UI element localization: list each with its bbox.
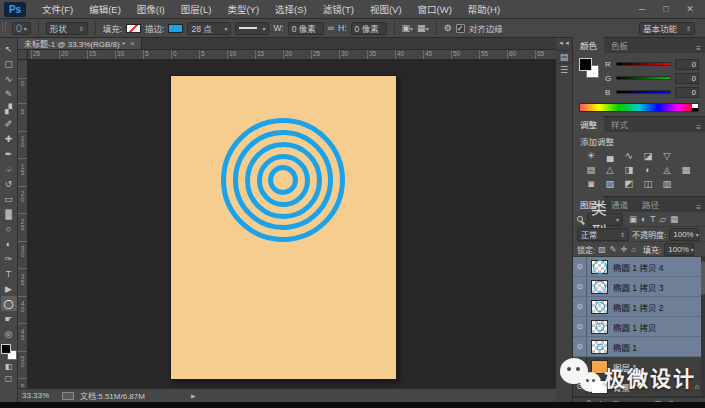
filter-type-select[interactable]: 类型 ▾ [587, 213, 623, 226]
visibility-eye-icon[interactable]: ⊙ [573, 257, 587, 276]
layer-row[interactable]: ⊙椭圆 1 拷贝 4 [573, 257, 705, 277]
menu-item[interactable]: 滤镜(T) [315, 0, 362, 19]
lock-icon[interactable]: ⌂ [631, 245, 636, 254]
adjustment-icon[interactable]: ◪ [642, 149, 654, 162]
adjustment-icon[interactable]: ▽ [661, 149, 673, 162]
tab-styles[interactable]: 样式 [604, 116, 635, 132]
link-dimensions-icon[interactable]: ∞ [328, 23, 334, 33]
filter-icon[interactable]: ▱ [659, 214, 666, 224]
layer-row[interactable]: ⊙椭圆 1 [573, 337, 705, 357]
collapse-dock-icon[interactable]: ◄◄ [558, 40, 570, 46]
filter-icon[interactable]: T [650, 214, 655, 224]
blur-tool[interactable]: ○ [1, 221, 17, 236]
close-button[interactable]: ✕ [683, 4, 697, 14]
adjustment-icon[interactable]: ☀ [585, 149, 597, 162]
horizontal-ruler[interactable]: 25201510505101520253035404550556065 [28, 50, 556, 60]
status-expand-icon[interactable]: ▶ [191, 392, 196, 399]
panel-menu-icon[interactable]: ≡ [696, 123, 705, 132]
stroke-swatch[interactable] [168, 24, 183, 33]
zoom-level[interactable]: 33.33% [22, 391, 56, 400]
dodge-tool[interactable]: ◐ [1, 236, 17, 251]
type-tool[interactable]: T [1, 266, 17, 281]
tab-color[interactable]: 颜色 [573, 37, 604, 53]
adjustment-icon[interactable]: ◨ [623, 163, 635, 176]
healing-brush-tool[interactable]: ✚ [1, 131, 17, 146]
grip-handle[interactable] [2, 22, 6, 34]
tab-paths[interactable]: 路径 [635, 196, 666, 212]
lock-icon[interactable]: ▨ [598, 245, 606, 254]
clone-stamp-tool[interactable]: ♤ [1, 161, 17, 176]
workspace-select[interactable]: 基本功能 ⇕ [639, 22, 695, 35]
gear-icon[interactable]: ⚙ [444, 23, 452, 33]
channel-slider[interactable] [616, 76, 671, 80]
adjustment-icon[interactable]: ▥ [661, 177, 673, 190]
ellipse-tool[interactable]: ◯ [1, 296, 17, 311]
menu-item[interactable]: 帮助(H) [460, 0, 508, 19]
eraser-tool[interactable]: ▭ [1, 191, 17, 206]
color-swatch-pair[interactable] [579, 58, 599, 78]
channel-slider[interactable] [616, 62, 671, 66]
close-icon[interactable]: × [130, 39, 135, 48]
menu-item[interactable]: 图层(L) [173, 0, 220, 19]
menu-item[interactable]: 视图(V) [362, 0, 410, 19]
adjustment-icon[interactable]: ▄ [604, 149, 616, 162]
document-tab[interactable]: 未标题-1 @ 33.3%(RGB/8) * × [18, 38, 142, 49]
foreground-color-swatch[interactable] [579, 58, 592, 71]
adjustment-icon[interactable]: ◬ [661, 163, 673, 176]
opacity-select[interactable]: 100% ▾ [669, 228, 699, 241]
tool-mode-select[interactable]: 形状 ⇕ [46, 22, 88, 35]
adjustment-icon[interactable]: ▦ [680, 163, 692, 176]
path-operations-icon[interactable]: ▣▾ [402, 23, 414, 33]
channel-value[interactable]: 0 [675, 87, 699, 98]
path-select-tool[interactable]: ▶ [1, 281, 17, 296]
foreground-color-swatch[interactable] [1, 344, 11, 354]
visibility-eye-icon[interactable]: ⊙ [573, 317, 587, 336]
align-edges-checkbox[interactable]: ✓ [456, 24, 465, 33]
menu-item[interactable]: 文件(F) [34, 0, 81, 19]
tool-preset-picker[interactable]: ⬯ ▾ [12, 22, 31, 35]
move-tool[interactable]: ↖ [1, 41, 17, 56]
panel-menu-icon[interactable]: ≡ [696, 203, 705, 212]
color-spectrum-bar[interactable] [579, 103, 699, 112]
canvas-document[interactable] [171, 76, 396, 379]
filter-icon[interactable]: ◐ [641, 214, 646, 224]
dock-panel-icon[interactable]: ☰ [557, 63, 571, 76]
width-input[interactable]: 0 像素 [288, 22, 324, 35]
height-input[interactable]: 0 像素 [351, 22, 387, 35]
maximize-button[interactable]: □ [659, 4, 673, 14]
screen-mode-button[interactable]: ▢ [1, 372, 17, 384]
menu-item[interactable]: 选择(S) [267, 0, 315, 19]
gradient-tool[interactable]: ▓ [1, 206, 17, 221]
tab-adjustments[interactable]: 调整 [573, 116, 604, 132]
path-align-icon[interactable]: ▦▾ [417, 23, 429, 33]
crop-tool[interactable]: ▞ [1, 101, 17, 116]
tab-swatches[interactable]: 色板 [604, 37, 635, 53]
zoom-tool[interactable]: ◎ [1, 326, 17, 341]
adjustment-icon[interactable]: ◙ [585, 177, 597, 190]
adjustment-icon[interactable]: ◫ [642, 177, 654, 190]
filter-icon[interactable]: ▦ [670, 214, 678, 224]
hand-tool[interactable]: ☛ [1, 311, 17, 326]
quick-mask-button[interactable]: ◧ [1, 360, 17, 372]
canvas-background[interactable] [28, 60, 556, 388]
layer-row[interactable]: ⊙椭圆 1 拷贝 3 [573, 277, 705, 297]
layer-row[interactable]: ⊙椭圆 1 拷贝 2 [573, 297, 705, 317]
lock-icon[interactable]: ✎ [610, 245, 617, 254]
marquee-tool[interactable]: ▢ [1, 56, 17, 71]
history-brush-tool[interactable]: ↺ [1, 176, 17, 191]
stroke-width-select[interactable]: 28 点 ▾ [187, 22, 231, 35]
color-swatch-pair[interactable] [1, 344, 17, 360]
layer-row[interactable]: ⊙椭圆 1 拷贝 [573, 317, 705, 337]
lasso-tool[interactable]: ∿ [1, 71, 17, 86]
channel-value[interactable]: 0 [675, 59, 699, 70]
menu-item[interactable]: 类型(Y) [219, 0, 267, 19]
blend-mode-select[interactable]: 正常 ⇕ [577, 228, 629, 241]
eyedropper-tool[interactable]: ✐ [1, 116, 17, 131]
menu-item[interactable]: 图像(I) [129, 0, 173, 19]
visibility-eye-icon[interactable]: ⊙ [573, 277, 587, 296]
adjustment-icon[interactable]: ◩ [623, 177, 635, 190]
lock-icon[interactable]: ✛ [621, 245, 628, 254]
filter-icon[interactable]: ▣ [629, 214, 637, 224]
channel-slider[interactable] [616, 90, 671, 94]
adjustment-icon[interactable]: △ [604, 163, 616, 176]
